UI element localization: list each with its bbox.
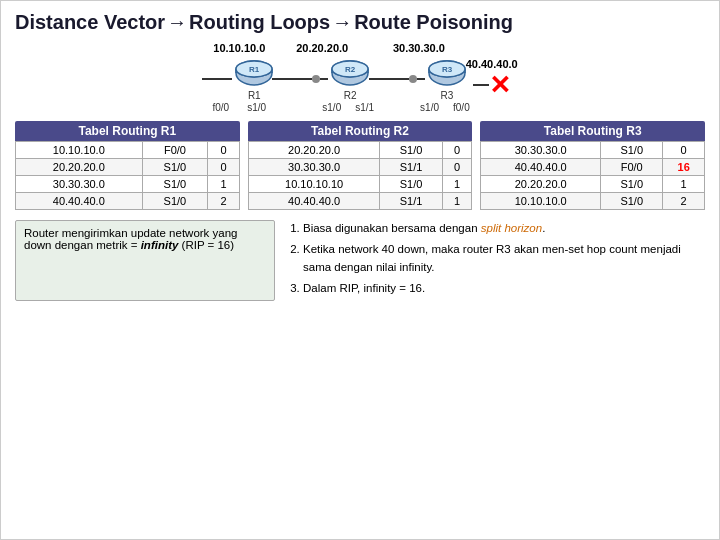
header-routing-loops: Routing Loops (189, 11, 330, 34)
bottom-section: Router mengirimkan update network yang d… (15, 220, 705, 301)
routing-tables-row: Tabel Routing R1 10.10.10.0 F0/0 0 20.20… (15, 121, 705, 210)
cell: 0 (442, 159, 472, 176)
cell: 0 (442, 142, 472, 159)
network-label-4: 40.40.40.0 (466, 58, 518, 70)
arrow1: → (167, 11, 187, 34)
note1-suffix: . (542, 222, 545, 234)
cell: 10.10.10.10 (248, 176, 380, 193)
notes-section: Biasa digunakan bersama dengan split hor… (287, 220, 705, 301)
note-2: Ketika network 40 down, maka router R3 a… (303, 241, 705, 276)
cell: 0 (208, 142, 239, 159)
note2-text: Ketika network 40 down, maka router R3 a… (303, 243, 681, 272)
r3-iface-left: s1/0 (420, 102, 439, 113)
table-r2-data: 20.20.20.0 S1/0 0 30.30.30.0 S1/1 0 10.1… (248, 141, 473, 210)
cell: 1 (208, 176, 239, 193)
slide: Distance Vector → Routing Loops → Route … (0, 0, 720, 540)
cell: 0 (663, 142, 705, 159)
r1-iface-left: f0/0 (213, 102, 230, 113)
table-row: 20.20.20.0 S1/0 0 (248, 142, 472, 159)
cell: F0/0 (601, 159, 663, 176)
cell: 10.10.10.0 (481, 193, 601, 210)
table-row: 10.10.10.0 S1/0 2 (481, 193, 705, 210)
table-r1-data: 10.10.10.0 F0/0 0 20.20.20.0 S1/0 0 30.3… (15, 141, 240, 210)
cell: 30.30.30.0 (248, 159, 380, 176)
table-row: 40.40.40.0 S1/1 1 (248, 193, 472, 210)
table-r3-title: Tabel Routing R3 (480, 121, 705, 141)
cell: S1/0 (142, 176, 208, 193)
cell: 2 (663, 193, 705, 210)
cell: 20.20.20.0 (16, 159, 143, 176)
cell-highlighted: 16 (663, 159, 705, 176)
cell: 2 (208, 193, 239, 210)
note-1: Biasa digunakan bersama dengan split hor… (303, 220, 705, 237)
header-route-poisoning: Route Poisoning (354, 11, 513, 34)
cell: S1/0 (380, 176, 442, 193)
table-r2-title: Tabel Routing R2 (248, 121, 473, 141)
table-r2: Tabel Routing R2 20.20.20.0 S1/0 0 30.30… (248, 121, 473, 210)
r3-label: R3 (441, 90, 454, 101)
table-r1-title: Tabel Routing R1 (15, 121, 240, 141)
cell: S1/0 (601, 176, 663, 193)
table-row: 30.30.30.0 S1/0 0 (481, 142, 705, 159)
table-r1: Tabel Routing R1 10.10.10.0 F0/0 0 20.20… (15, 121, 240, 210)
cell: 20.20.20.0 (481, 176, 601, 193)
note1-prefix: Biasa digunakan bersama dengan (303, 222, 481, 234)
notes-list: Biasa digunakan bersama dengan split hor… (287, 220, 705, 297)
cell: 20.20.20.0 (248, 142, 380, 159)
r3-iface-right: f0/0 (453, 102, 470, 113)
table-r3-data: 30.30.30.0 S1/0 0 40.40.40.0 F0/0 16 20.… (480, 141, 705, 210)
table-row: 20.20.20.0 S1/0 1 (481, 176, 705, 193)
cell: 30.30.30.0 (16, 176, 143, 193)
table-row: 30.30.30.0 S1/1 0 (248, 159, 472, 176)
r2-label: R2 (344, 90, 357, 101)
cell: 40.40.40.0 (481, 159, 601, 176)
table-row: 30.30.30.0 S1/0 1 (16, 176, 240, 193)
router-r2-icon: R2 (328, 56, 372, 90)
svg-text:R3: R3 (442, 65, 453, 74)
network-label-2: 20.20.20.0 (296, 42, 348, 54)
infinity-label: infinity (141, 239, 179, 251)
table-row: 20.20.20.0 S1/0 0 (16, 159, 240, 176)
table-row: 40.40.40.0 S1/0 2 (16, 193, 240, 210)
cell: 1 (442, 176, 472, 193)
cell: S1/1 (380, 193, 442, 210)
cell: S1/0 (601, 193, 663, 210)
r1-label: R1 (248, 90, 261, 101)
svg-text:R2: R2 (345, 65, 356, 74)
note3-text: Dalam RIP, infinity = 16. (303, 282, 425, 294)
cell: S1/0 (142, 159, 208, 176)
r1-iface-right: s1/0 (247, 102, 266, 113)
network-label-1: 10.10.10.0 (213, 42, 265, 54)
header-prefix: Distance Vector (15, 11, 165, 34)
cell: 40.40.40.0 (248, 193, 380, 210)
bottom-left-text-suffix: (RIP = 16) (178, 239, 234, 251)
table-row: 10.10.10.0 F0/0 0 (16, 142, 240, 159)
table-r3: Tabel Routing R3 30.30.30.0 S1/0 0 40.40… (480, 121, 705, 210)
svg-text:R1: R1 (249, 65, 260, 74)
note1-italic: split horizon (481, 222, 542, 234)
cell: S1/0 (142, 193, 208, 210)
cell: 1 (663, 176, 705, 193)
cell: F0/0 (142, 142, 208, 159)
note-3: Dalam RIP, infinity = 16. (303, 280, 705, 297)
network-diagram: 10.10.10.0 R1 R1 f0/0 (15, 42, 705, 113)
cell: 1 (442, 193, 472, 210)
table-row: 10.10.10.10 S1/0 1 (248, 176, 472, 193)
arrow2: → (332, 11, 352, 34)
r2-iface-left: s1/0 (322, 102, 341, 113)
cell: S1/0 (601, 142, 663, 159)
cell: 0 (208, 159, 239, 176)
broken-link-icon: ✕ (489, 72, 511, 98)
cell: 30.30.30.0 (481, 142, 601, 159)
network-label-3: 30.30.30.0 (393, 42, 445, 54)
cell: 10.10.10.0 (16, 142, 143, 159)
table-row: 40.40.40.0 F0/0 16 (481, 159, 705, 176)
bottom-left-box: Router mengirimkan update network yang d… (15, 220, 275, 301)
cell: S1/1 (380, 159, 442, 176)
slide-header: Distance Vector → Routing Loops → Route … (15, 11, 705, 34)
router-r3-icon: R3 (425, 56, 469, 90)
cell: 40.40.40.0 (16, 193, 143, 210)
cell: S1/0 (380, 142, 442, 159)
